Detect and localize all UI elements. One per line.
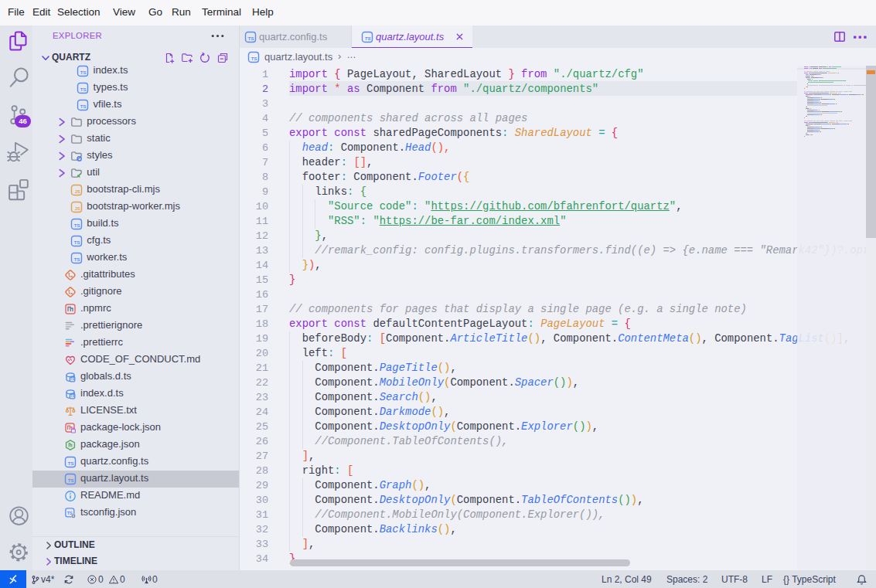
svg-text:TS: TS — [70, 377, 74, 381]
svg-text:JS: JS — [75, 206, 80, 211]
svg-text:TS: TS — [365, 36, 371, 41]
svg-text:TS: TS — [248, 36, 254, 41]
svg-text:TS: TS — [80, 104, 87, 109]
svg-text:TS: TS — [70, 394, 74, 398]
svg-text:TS: TS — [67, 478, 73, 483]
svg-text:JS: JS — [75, 189, 80, 194]
svg-text:TS: TS — [80, 87, 87, 92]
svg-text:TS: TS — [74, 223, 80, 228]
svg-text:TS: TS — [80, 70, 87, 75]
svg-text:TS: TS — [67, 461, 73, 466]
svg-text:TS: TS — [74, 257, 80, 262]
svg-text:TS: TS — [251, 56, 257, 61]
svg-text:TS: TS — [74, 240, 80, 245]
